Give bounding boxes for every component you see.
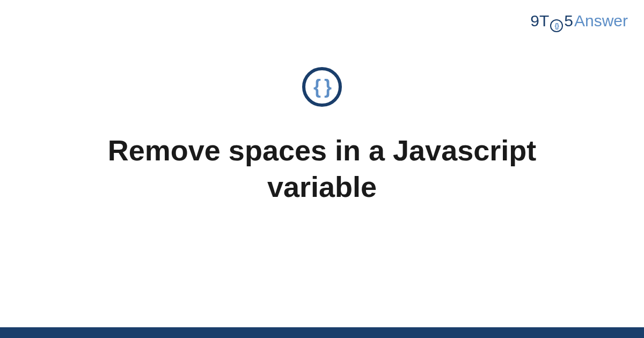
- page-title: Remove spaces in a Javascript variable: [54, 133, 590, 205]
- logo-text-five: 5: [564, 12, 573, 30]
- logo-circle-icon: {}: [550, 19, 563, 32]
- main-content: { } Remove spaces in a Javascript variab…: [0, 67, 644, 205]
- logo-text-nine: 9: [530, 12, 539, 30]
- logo-text-t: T: [539, 12, 549, 30]
- logo-braces-icon: {}: [555, 22, 559, 30]
- braces-icon: { }: [313, 76, 331, 98]
- site-logo: 9 T {} 5 Answer: [530, 12, 628, 31]
- logo-text-answer: Answer: [574, 12, 628, 30]
- category-code-icon: { }: [302, 67, 342, 107]
- footer-accent-bar: [0, 327, 644, 338]
